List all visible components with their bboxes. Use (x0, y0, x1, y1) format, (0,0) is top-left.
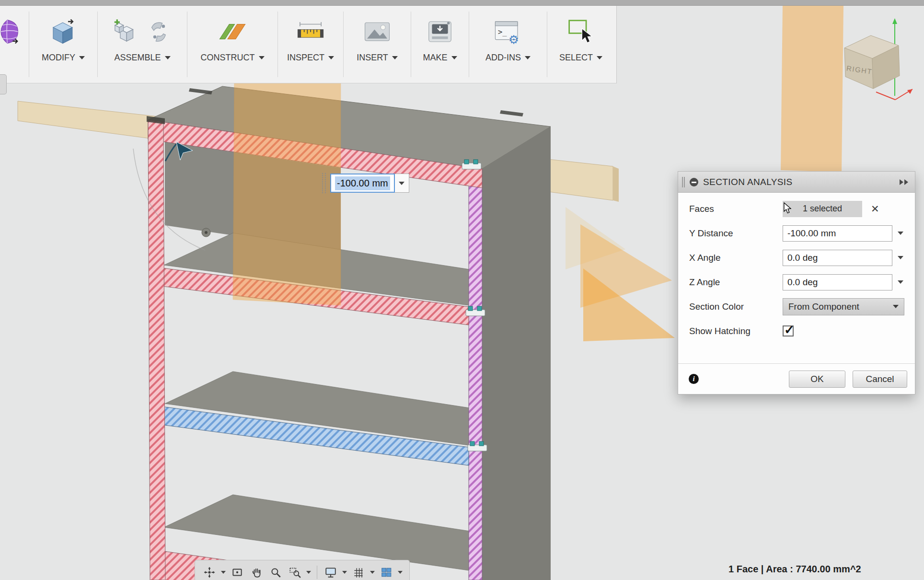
distance-input-value: -100.00 mm (335, 176, 390, 190)
navbar-separator (317, 566, 317, 579)
insert-image-icon[interactable] (362, 17, 392, 46)
ribbon-group-addins: >_ ⚙ ADD-INS (469, 6, 547, 83)
new-component-icon[interactable] (111, 17, 140, 46)
dialog-titlebar[interactable]: SECTION ANALYSIS (678, 172, 915, 193)
show-hatching-checkbox[interactable]: ✓ (783, 325, 794, 336)
ribbon-group-insert: INSERT (344, 6, 411, 83)
grid-dropdown-icon[interactable] (370, 571, 375, 574)
menu-select-label: SELECT (559, 53, 593, 63)
menu-modify[interactable]: MODIFY (42, 53, 85, 63)
chevron-down-icon (893, 305, 899, 308)
right-post-hatched (469, 169, 482, 580)
show-hatching-label: Show Hatching (689, 326, 783, 336)
measure-ruler-icon[interactable] (296, 17, 325, 46)
orbit-dropdown-icon[interactable] (221, 571, 226, 574)
y-distance-input[interactable]: -100.00 mm (783, 225, 892, 242)
dialog-title: SECTION ANALYSIS (703, 177, 793, 187)
fusion-window: RIGHT (0, 0, 924, 580)
menu-insert[interactable]: INSERT (357, 53, 398, 63)
menu-construct-label: CONSTRUCT (201, 53, 255, 63)
menu-select[interactable]: SELECT (559, 53, 602, 63)
display-settings-tool[interactable] (321, 563, 340, 580)
window-top-strip (0, 0, 924, 6)
distance-input[interactable]: -100.00 mm (330, 174, 395, 193)
menu-modify-label: MODIFY (42, 53, 75, 63)
dialog-body: Faces 1 selected ✕ Y Distance -100.00 mm… (678, 193, 915, 343)
zoom-window-tool[interactable] (285, 563, 304, 580)
section-color-value: From Component (788, 302, 859, 312)
z-angle-input[interactable]: 0.0 deg (783, 274, 892, 290)
section-plane-band[interactable] (781, 6, 843, 172)
faces-label: Faces (689, 204, 783, 214)
form-icon (0, 17, 21, 46)
menu-construct[interactable]: CONSTRUCT (201, 53, 265, 63)
z-angle-row: Z Angle 0.0 deg (678, 270, 915, 294)
ribbon-group-form[interactable] (0, 6, 29, 83)
zoom-window-icon (289, 566, 301, 579)
viewcube[interactable]: RIGHT (844, 18, 912, 100)
clear-selection-icon[interactable]: ✕ (871, 203, 879, 215)
section-analysis-dialog: SECTION ANALYSIS Faces 1 selected ✕ Y Di… (678, 171, 915, 394)
section-color-label: Section Color (689, 302, 783, 312)
zoom-icon (269, 566, 282, 579)
section-plane-wedges (566, 207, 675, 341)
viewports-icon (380, 566, 393, 579)
menu-inspect[interactable]: INSPECT (287, 53, 334, 63)
look-at-tool[interactable] (228, 563, 247, 580)
make-3d-print-icon[interactable] (425, 17, 455, 46)
zoom-tool[interactable] (266, 563, 285, 580)
menu-addins-label: ADD-INS (485, 53, 521, 63)
drag-handle-dots[interactable] (322, 173, 326, 193)
menu-make[interactable]: MAKE (423, 53, 457, 63)
x-angle-label: X Angle (689, 253, 783, 263)
ribbon-group-select: SELECT (547, 6, 614, 83)
x-angle-dropdown[interactable] (894, 250, 907, 266)
faces-selected-chip[interactable]: 1 selected (783, 201, 862, 217)
press-pull-icon[interactable] (48, 17, 78, 46)
svg-text:>_: >_ (498, 28, 507, 36)
x-angle-row: X Angle 0.0 deg (678, 245, 915, 270)
cabinet[interactable] (147, 86, 551, 580)
menu-addins[interactable]: ADD-INS (485, 53, 531, 63)
ok-button[interactable]: OK (789, 371, 845, 388)
pan-hand-icon (250, 566, 263, 579)
viewports-tool[interactable] (377, 563, 396, 580)
section-color-select[interactable]: From Component (783, 298, 904, 315)
joint-icon[interactable] (144, 17, 174, 46)
scripts-addins-icon[interactable]: >_ ⚙ (493, 17, 523, 46)
menu-insert-label: INSERT (357, 53, 388, 63)
section-color-row: Section Color From Component (678, 294, 915, 319)
cancel-button[interactable]: Cancel (853, 371, 907, 388)
menu-assemble[interactable]: ASSEMBLE (114, 53, 170, 63)
chevron-down-icon (392, 56, 398, 59)
pan-tool[interactable] (247, 563, 266, 580)
selection-status-text: 1 Face | Area : 7740.00 mm^2 (728, 564, 861, 575)
show-hatching-row: Show Hatching ✓ (678, 319, 915, 343)
chevron-down-icon (165, 56, 171, 59)
construct-plane-icon[interactable] (218, 17, 247, 46)
drag-grip-icon[interactable] (682, 177, 685, 187)
y-distance-dropdown[interactable] (894, 225, 907, 242)
ribbon-group-make: MAKE (411, 6, 469, 83)
expand-arrows-icon[interactable] (900, 179, 908, 185)
chevron-down-icon (259, 56, 265, 59)
browser-panel-handle[interactable] (0, 74, 7, 94)
ribbon-group-modify: MODIFY (29, 6, 97, 83)
distance-input-dropdown[interactable] (395, 174, 409, 193)
orbit-tool[interactable] (200, 563, 219, 580)
x-angle-input[interactable]: 0.0 deg (783, 250, 892, 266)
faces-selected-value: 1 selected (803, 204, 842, 214)
faces-row: Faces 1 selected ✕ (678, 197, 915, 221)
zoom-dropdown-icon[interactable] (306, 571, 311, 574)
grid-snap-tool[interactable] (349, 563, 368, 580)
display-dropdown-icon[interactable] (342, 571, 347, 574)
ribbon-group-construct: CONSTRUCT (187, 6, 277, 83)
viewports-dropdown-icon[interactable] (398, 571, 403, 574)
info-icon[interactable]: i (689, 374, 699, 384)
z-angle-dropdown[interactable] (894, 274, 907, 290)
chevron-down-icon (399, 182, 404, 185)
select-cursor-icon[interactable] (566, 17, 596, 46)
chevron-down-icon (79, 56, 85, 59)
ribbon-toolbar: MODIFY (0, 6, 617, 83)
dialog-footer: i OK Cancel (678, 363, 915, 394)
